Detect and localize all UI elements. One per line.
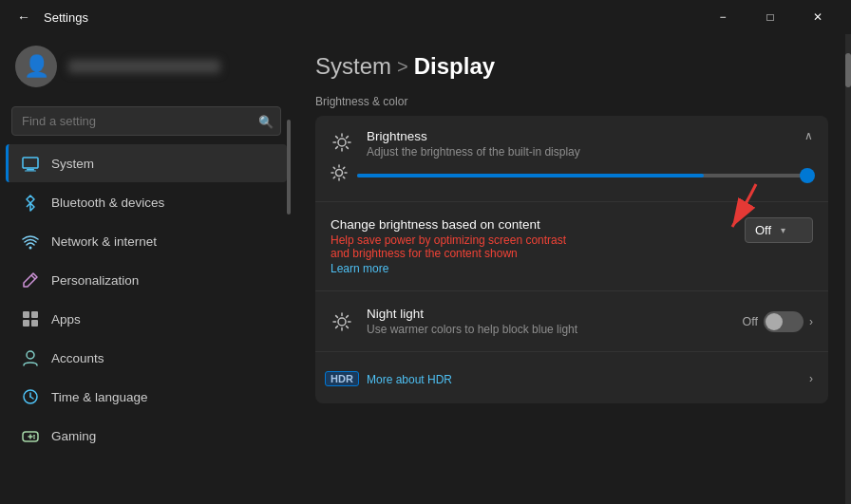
- sidebar-item-bluetooth-label: Bluetooth & devices: [51, 196, 164, 210]
- card-divider-3: [315, 351, 828, 352]
- accounts-icon: [21, 348, 40, 367]
- svg-point-37: [338, 318, 346, 326]
- content-scrollbar[interactable]: [845, 34, 851, 504]
- svg-point-10: [27, 351, 34, 359]
- brightness-subtitle: Adjust the brightness of the built-in di…: [367, 145, 791, 159]
- close-button[interactable]: ✕: [796, 4, 840, 30]
- sidebar-item-system[interactable]: System: [6, 144, 287, 182]
- svg-point-28: [336, 170, 343, 177]
- title-bar-controls: − □ ✕: [701, 4, 840, 30]
- hdr-chevron-icon: ›: [809, 372, 813, 385]
- svg-line-25: [347, 147, 349, 149]
- search-input[interactable]: [11, 106, 281, 136]
- network-icon: [21, 232, 40, 251]
- brightness-slider[interactable]: [357, 174, 813, 177]
- svg-rect-8: [23, 320, 29, 327]
- card-divider-1: [315, 201, 828, 202]
- sidebar-scrollbar[interactable]: [287, 34, 291, 504]
- sidebar-nav: System Bluetooth & devices: [0, 143, 293, 456]
- bluetooth-icon: [21, 193, 40, 212]
- breadcrumb-page: Display: [414, 53, 495, 80]
- learn-more-link[interactable]: Learn more: [331, 262, 731, 275]
- breadcrumb-separator: >: [397, 56, 408, 78]
- sidebar-item-bluetooth[interactable]: Bluetooth & devices: [6, 183, 287, 221]
- hdr-row[interactable]: HDR More about HDR ›: [315, 354, 828, 403]
- content-scrollbar-thumb: [845, 53, 851, 87]
- night-light-subtitle: Use warmer colors to help block blue lig…: [367, 323, 729, 336]
- svg-line-44: [347, 315, 349, 317]
- brightness-row[interactable]: Brightness Adjust the brightness of the …: [315, 116, 828, 164]
- sidebar-item-network[interactable]: Network & internet: [6, 222, 287, 260]
- user-profile[interactable]: 👤: [0, 34, 293, 99]
- card-divider-2: [315, 290, 828, 291]
- svg-rect-0: [23, 158, 38, 168]
- brightness-chevron-up-icon[interactable]: ∧: [804, 129, 813, 142]
- search-wrapper: 🔍: [11, 106, 281, 136]
- title-bar: ← Settings − □ ✕: [0, 0, 851, 34]
- dropdown-value: Off: [755, 223, 771, 237]
- night-light-toggle[interactable]: [764, 311, 804, 332]
- hdr-badge-text: HDR: [325, 371, 359, 386]
- hdr-more-link[interactable]: More about HDR: [367, 373, 796, 386]
- section-title-brightness-color: Brightness & color: [315, 95, 828, 108]
- back-button[interactable]: ←: [11, 8, 36, 27]
- svg-line-43: [347, 326, 349, 327]
- night-light-row[interactable]: Night light Use warmer colors to help bl…: [315, 293, 828, 349]
- svg-line-33: [333, 167, 334, 168]
- brightness-content-text: Change brightness based on content Help …: [331, 217, 731, 275]
- svg-line-45: [336, 326, 338, 327]
- maximize-button[interactable]: □: [748, 4, 792, 30]
- personalization-icon: [21, 271, 40, 289]
- sidebar-scrollbar-thumb: [287, 120, 291, 215]
- svg-rect-1: [27, 169, 34, 171]
- brightness-title: Brightness: [367, 129, 791, 143]
- sidebar: 👤 🔍: [0, 34, 293, 504]
- svg-rect-7: [31, 311, 38, 318]
- brightness-content-row[interactable]: Change brightness based on content Help …: [315, 204, 828, 289]
- brightness-content-dropdown[interactable]: Off ▾: [745, 217, 813, 243]
- svg-rect-6: [23, 311, 29, 318]
- night-light-title: Night light: [367, 307, 729, 321]
- sidebar-item-system-label: System: [51, 157, 94, 171]
- search-container: 🔍: [0, 103, 293, 143]
- hdr-badge-icon: HDR: [331, 367, 353, 390]
- svg-line-34: [343, 177, 344, 177]
- svg-point-19: [338, 139, 346, 146]
- brightness-row-right[interactable]: ∧: [804, 129, 813, 142]
- svg-point-17: [33, 435, 35, 437]
- brightness-slider-icon: [331, 164, 348, 186]
- brightness-slider-row: [315, 164, 828, 199]
- sidebar-item-apps[interactable]: Apps: [6, 300, 287, 338]
- sidebar-item-accounts[interactable]: Accounts: [6, 339, 287, 377]
- sidebar-item-gaming-label: Gaming: [51, 429, 96, 443]
- brightness-icon: [331, 131, 353, 154]
- sidebar-item-gaming[interactable]: Gaming: [6, 417, 287, 455]
- sidebar-item-accounts-label: Accounts: [51, 351, 104, 365]
- night-light-toggle-label: Off: [743, 315, 758, 328]
- sidebar-item-network-label: Network & internet: [51, 234, 157, 249]
- sidebar-item-personalization[interactable]: Personalization: [6, 261, 287, 299]
- svg-line-36: [333, 177, 334, 177]
- breadcrumb-system: System: [315, 53, 391, 80]
- svg-line-27: [336, 147, 338, 149]
- slider-fill: [357, 174, 704, 177]
- avatar: 👤: [15, 46, 57, 87]
- brightness-content-subtitle: Help save power by optimizing screen con…: [331, 233, 731, 247]
- app-title: Settings: [44, 10, 88, 25]
- svg-line-24: [336, 137, 338, 139]
- sidebar-item-apps-label: Apps: [51, 312, 81, 327]
- dropdown-arrow-icon: ▾: [781, 225, 785, 235]
- svg-line-42: [336, 315, 338, 317]
- sidebar-item-personalization-label: Personalization: [51, 273, 139, 288]
- brightness-content-subtitle2: and brightness for the content shown: [331, 247, 731, 260]
- title-bar-left: ← Settings: [11, 8, 88, 27]
- svg-line-35: [343, 167, 344, 168]
- minimize-button[interactable]: −: [701, 4, 745, 30]
- slider-thumb: [800, 168, 815, 183]
- page-header: System > Display: [315, 53, 828, 80]
- svg-line-13: [30, 397, 33, 399]
- svg-rect-9: [31, 320, 38, 327]
- sidebar-item-time[interactable]: Time & language: [6, 378, 287, 416]
- brightness-content-title: Change brightness based on content: [331, 217, 731, 232]
- sidebar-wrapper: 👤 🔍: [0, 34, 293, 504]
